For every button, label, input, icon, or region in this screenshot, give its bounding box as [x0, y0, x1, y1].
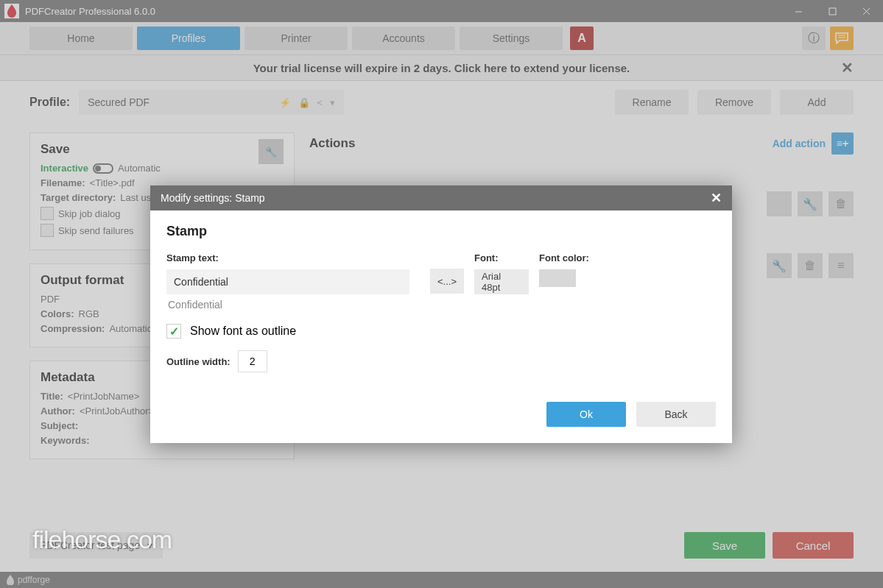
font-label: Font:: [474, 252, 529, 263]
nav-home[interactable]: Home: [29, 26, 133, 50]
action-placeholder-icon[interactable]: [767, 191, 792, 216]
outline-width-label: Outline width:: [166, 356, 231, 367]
interactive-label: Interactive: [41, 163, 88, 174]
test-page-dropdown[interactable]: PDFCreator test page ▾: [29, 532, 163, 559]
nav-printer[interactable]: Printer: [245, 26, 348, 50]
share-icon: <: [317, 97, 323, 108]
modal-heading: Stamp: [166, 224, 716, 239]
action-delete-icon[interactable]: 🗑: [798, 253, 823, 278]
save-button[interactable]: Save: [684, 532, 765, 559]
window-titlebar: PDFCreator Professional 6.0.0: [0, 0, 883, 22]
meta-subject-key: Subject:: [41, 420, 78, 431]
compression-key: Compression:: [41, 323, 105, 334]
meta-title-value: <PrintJobName>: [68, 391, 140, 402]
app-logo-icon: [4, 4, 19, 18]
nav-settings[interactable]: Settings: [460, 26, 563, 50]
actions-heading: Actions: [309, 136, 355, 151]
stamp-preview: Confidential: [168, 299, 714, 311]
target-key: Target directory:: [41, 192, 116, 203]
meta-author-value: <PrintJobAuthor>: [80, 405, 154, 417]
add-button[interactable]: Add: [780, 90, 854, 115]
meta-author-key: Author:: [41, 405, 75, 417]
add-action-label: Add action: [773, 138, 826, 149]
trial-banner[interactable]: Your trial license will expire in 2 days…: [0, 54, 883, 81]
save-heading: Save: [41, 142, 284, 157]
outline-label: Show font as outline: [190, 325, 296, 338]
action-edit-icon[interactable]: 🔧: [798, 191, 823, 216]
nav-accounts[interactable]: Accounts: [352, 26, 455, 50]
skip-job-checkbox[interactable]: [41, 207, 54, 220]
main-toolbar: Home Profiles Printer Accounts Settings …: [0, 22, 883, 54]
font-color-swatch[interactable]: [539, 269, 576, 287]
stamp-modal: Modify settings: Stamp ✕ Stamp Stamp tex…: [150, 185, 732, 443]
info-icon[interactable]: ⓘ: [802, 26, 826, 50]
banner-close-icon[interactable]: ✕: [841, 59, 854, 77]
back-button[interactable]: Back: [636, 402, 716, 427]
filename-key: Filename:: [41, 177, 85, 188]
feedback-icon[interactable]: [830, 26, 854, 50]
architect-icon[interactable]: A: [570, 26, 594, 50]
filename-value: <Title>.pdf: [90, 177, 135, 188]
font-button[interactable]: Arial 48pt: [474, 269, 529, 294]
action-menu-icon[interactable]: ≡: [829, 253, 854, 278]
meta-keywords-key: Keywords:: [41, 435, 89, 446]
actions-header: Actions Add action ≡+: [309, 132, 854, 155]
modal-title: Modify settings: Stamp: [161, 192, 265, 204]
automatic-label: Automatic: [118, 163, 161, 174]
token-button[interactable]: <...>: [430, 269, 464, 294]
mode-toggle[interactable]: [93, 163, 113, 174]
action-edit-icon[interactable]: 🔧: [767, 253, 792, 278]
status-bar: pdfforge: [0, 572, 883, 588]
window-title: PDFCreator Professional 6.0.0: [25, 6, 155, 17]
font-color-label: Font color:: [539, 252, 589, 263]
remove-button[interactable]: Remove: [697, 90, 771, 115]
add-action-button[interactable]: Add action ≡+: [773, 132, 854, 155]
save-settings-icon[interactable]: 🔧: [258, 139, 284, 164]
nav-profiles[interactable]: Profiles: [137, 26, 240, 50]
colors-value: RGB: [79, 308, 99, 319]
outline-checkbox[interactable]: ✓: [166, 324, 181, 339]
action-delete-icon[interactable]: 🗑: [829, 191, 854, 216]
modal-close-icon[interactable]: ✕: [711, 190, 722, 206]
skip-job-label: Skip job dialog: [58, 208, 121, 219]
profile-select[interactable]: Secured PDF ⚡ 🔒 < ▾: [79, 90, 344, 115]
stamp-text-input[interactable]: [166, 269, 409, 294]
skip-send-label: Skip send failures: [58, 225, 134, 236]
test-page-label: PDFCreator test page: [40, 539, 140, 551]
bolt-icon: ⚡: [279, 97, 291, 108]
meta-title-key: Title:: [41, 391, 63, 402]
profile-selected: Secured PDF: [88, 96, 149, 108]
close-button[interactable]: [849, 0, 883, 22]
lock-icon: 🔒: [298, 97, 310, 108]
svg-rect-1: [829, 8, 836, 15]
cancel-button[interactable]: Cancel: [773, 532, 854, 559]
ok-button[interactable]: Ok: [546, 402, 626, 427]
colors-key: Colors:: [41, 308, 74, 319]
add-action-icon: ≡+: [831, 132, 854, 155]
stamp-text-label: Stamp text:: [166, 252, 420, 263]
minimize-button[interactable]: [781, 0, 815, 22]
outline-width-input[interactable]: [238, 350, 267, 372]
profile-label: Profile:: [29, 96, 70, 109]
compression-value: Automatic: [109, 323, 152, 334]
maximize-button[interactable]: [815, 0, 849, 22]
profile-row: Profile: Secured PDF ⚡ 🔒 < ▾ Rename Remo…: [29, 90, 854, 115]
trial-banner-text: Your trial license will expire in 2 days…: [253, 62, 630, 74]
output-format: PDF: [41, 294, 60, 305]
rename-button[interactable]: Rename: [615, 90, 689, 115]
chevron-down-icon: ▾: [330, 97, 335, 108]
brand-label: pdfforge: [18, 575, 50, 585]
skip-send-checkbox[interactable]: [41, 224, 54, 237]
modal-titlebar: Modify settings: Stamp ✕: [150, 185, 732, 210]
chevron-down-icon: ▾: [147, 539, 152, 551]
bottom-bar: PDFCreator test page ▾ Save Cancel: [29, 532, 854, 559]
